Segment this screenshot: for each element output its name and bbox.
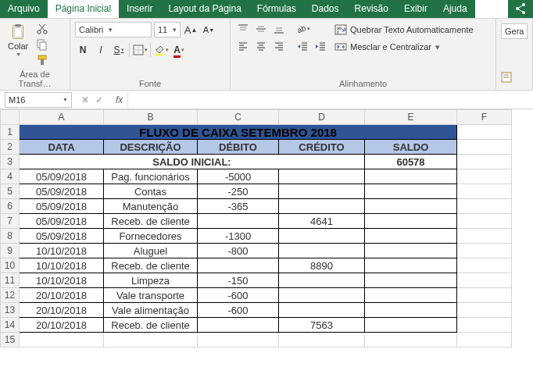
cut-button[interactable]	[34, 22, 50, 36]
cell[interactable]: Manutenção	[104, 199, 198, 214]
cell[interactable]: 10/10/2018	[20, 244, 104, 258]
tab-help[interactable]: Ajuda	[435, 0, 475, 18]
align-left-button[interactable]	[235, 39, 251, 53]
cell[interactable]	[457, 258, 512, 273]
cell[interactable]	[365, 214, 457, 229]
paste-button[interactable]: Colar ▼	[5, 22, 31, 67]
cell[interactable]: 05/09/2018	[20, 214, 104, 229]
cell[interactable]: 60578	[365, 155, 457, 169]
increase-font-button[interactable]: A▲	[183, 22, 199, 37]
cell[interactable]: -600	[198, 288, 279, 303]
cell[interactable]: Pag. funcionários	[104, 169, 198, 184]
cell[interactable]: CRÉDITO	[279, 140, 365, 155]
row-header[interactable]: 11	[1, 273, 20, 288]
cell[interactable]	[279, 303, 365, 318]
align-center-button[interactable]	[253, 39, 269, 53]
row-header[interactable]: 14	[1, 318, 20, 333]
cancel-formula-icon[interactable]: ✕	[81, 94, 89, 105]
tab-home[interactable]: Página Inicial	[48, 0, 119, 18]
cell[interactable]: -1300	[198, 229, 279, 244]
fx-icon[interactable]: fx	[111, 94, 127, 105]
align-top-button[interactable]	[235, 22, 251, 36]
cell[interactable]: Receb. de cliente	[104, 258, 198, 273]
fill-color-button[interactable]: ▾	[153, 42, 169, 58]
cell[interactable]: -800	[198, 244, 279, 258]
cell[interactable]	[365, 318, 457, 333]
format-painter-button[interactable]	[34, 53, 50, 67]
cell[interactable]	[457, 140, 512, 155]
row-header[interactable]: 7	[1, 214, 20, 229]
cell[interactable]	[457, 318, 512, 333]
tab-insert[interactable]: Inserir	[119, 0, 160, 18]
cell[interactable]	[365, 244, 457, 258]
cell[interactable]: SALDO INICIAL:	[20, 155, 365, 169]
cell[interactable]	[365, 258, 457, 273]
cell[interactable]	[457, 229, 512, 244]
cell[interactable]	[457, 199, 512, 214]
cell[interactable]	[279, 229, 365, 244]
cell[interactable]	[198, 333, 279, 347]
col-header[interactable]: C	[198, 110, 279, 125]
row-header[interactable]: 4	[1, 169, 20, 184]
cell[interactable]: 10/10/2018	[20, 258, 104, 273]
cell[interactable]	[279, 169, 365, 184]
borders-button[interactable]: ▾	[132, 42, 148, 58]
tab-data[interactable]: Dados	[304, 0, 347, 18]
cell[interactable]	[279, 184, 365, 199]
cell[interactable]: Limpeza	[104, 273, 198, 288]
col-header[interactable]: E	[365, 110, 457, 125]
tab-layout[interactable]: Layout da Página	[160, 0, 249, 18]
cell[interactable]	[279, 333, 365, 347]
row-header[interactable]: 10	[1, 258, 20, 273]
underline-button[interactable]: S▾	[111, 42, 127, 58]
sheet-title[interactable]: FLUXO DE CAIXA SETEMBRO 2018	[20, 125, 457, 140]
row-header[interactable]: 5	[1, 184, 20, 199]
cell[interactable]: 05/09/2018	[20, 169, 104, 184]
share-button[interactable]	[508, 0, 533, 18]
cell[interactable]	[20, 333, 104, 347]
cell[interactable]: 20/10/2018	[20, 288, 104, 303]
cell[interactable]: 05/09/2018	[20, 229, 104, 244]
cell[interactable]: -5000	[198, 169, 279, 184]
row-header[interactable]: 15	[1, 333, 20, 347]
cell[interactable]: DATA	[20, 140, 104, 155]
select-all-corner[interactable]	[1, 110, 20, 125]
cell[interactable]: -600	[198, 303, 279, 318]
cell[interactable]	[279, 288, 365, 303]
cell[interactable]	[365, 184, 457, 199]
font-color-button[interactable]: A▾	[171, 42, 187, 58]
wrap-text-button[interactable]: abc Quebrar Texto Automaticamente	[334, 23, 474, 36]
cell[interactable]	[365, 169, 457, 184]
cell[interactable]	[365, 273, 457, 288]
cell[interactable]	[198, 214, 279, 229]
cell[interactable]: SALDO	[365, 140, 457, 155]
font-size-combo[interactable]: 11▼	[154, 22, 181, 37]
cell[interactable]	[198, 258, 279, 273]
tab-review[interactable]: Revisão	[347, 0, 396, 18]
col-header[interactable]: A	[20, 110, 104, 125]
cell[interactable]	[365, 288, 457, 303]
cell[interactable]: Vale transporte	[104, 288, 198, 303]
cell[interactable]	[457, 303, 512, 318]
col-header[interactable]: D	[279, 110, 365, 125]
cell[interactable]	[279, 273, 365, 288]
row-header[interactable]: 1	[1, 125, 20, 140]
name-box[interactable]: M16 ▼	[5, 92, 72, 108]
cell[interactable]	[457, 184, 512, 199]
cell[interactable]	[457, 244, 512, 258]
row-header[interactable]: 13	[1, 303, 20, 318]
cell[interactable]: 20/10/2018	[20, 303, 104, 318]
cell[interactable]	[457, 169, 512, 184]
cell[interactable]	[457, 273, 512, 288]
cell[interactable]	[457, 288, 512, 303]
cell[interactable]: Receb. de cliente	[104, 214, 198, 229]
cell[interactable]	[365, 229, 457, 244]
cell[interactable]	[279, 244, 365, 258]
cell[interactable]	[457, 214, 512, 229]
cell[interactable]: 4641	[279, 214, 365, 229]
cell[interactable]: 20/10/2018	[20, 318, 104, 333]
spreadsheet-grid[interactable]: A B C D E F 1 FLUXO DE CAIXA SETEMBRO 20…	[0, 109, 533, 392]
font-name-combo[interactable]: Calibri▼	[75, 22, 152, 37]
row-header[interactable]: 3	[1, 155, 20, 169]
row-header[interactable]: 2	[1, 140, 20, 155]
